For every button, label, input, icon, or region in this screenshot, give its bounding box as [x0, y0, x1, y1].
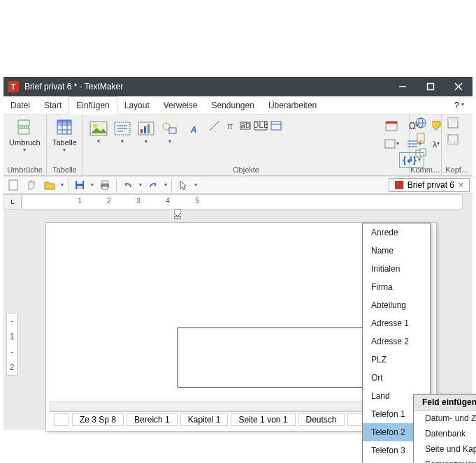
chevron-down-icon[interactable]: ▾ [139, 182, 142, 188]
indent-marker[interactable] [174, 210, 181, 221]
svg-rect-22 [147, 124, 150, 133]
tab-datei[interactable]: Datei [3, 96, 37, 114]
status-section[interactable]: Bereich 1 [127, 413, 178, 426]
close-tab-icon[interactable]: × [459, 180, 463, 190]
redo-button[interactable] [146, 178, 160, 192]
status-empty [54, 413, 69, 426]
doc-icon [395, 181, 403, 189]
chart-button[interactable]: ▾ [135, 117, 157, 146]
line-button[interactable] [208, 119, 222, 133]
userfield-item[interactable]: Anrede [363, 223, 430, 242]
text-line: M [185, 359, 373, 369]
tab-ueberarbeiten[interactable]: Überarbeiten [261, 96, 324, 114]
hand-tool-button[interactable] [24, 178, 38, 192]
svg-rect-43 [448, 142, 458, 145]
minimize-button[interactable] [389, 77, 417, 96]
ole-button[interactable]: OLE [254, 119, 268, 133]
textart-button[interactable]: A [182, 117, 205, 146]
userfield-item[interactable]: Adresse 2 [363, 332, 430, 351]
group-objekte: ▾ ▾ ▾ ▾ A π ab OLE Objekte [83, 115, 410, 175]
chevron-down-icon[interactable]: ▾ [194, 182, 197, 188]
form-button[interactable]: ab [238, 119, 252, 133]
userfield-item[interactable]: Firma [363, 278, 430, 296]
textbox-button[interactable]: ▾ [111, 117, 134, 146]
menubar: Datei Start Einfügen Layout Verweise Sen… [3, 96, 473, 115]
insert-field-button[interactable]: {↲}▾ [399, 152, 424, 168]
tabelle-button[interactable]: Tabelle ▾ [51, 116, 78, 154]
help-button[interactable]: ? ▾ [446, 96, 473, 114]
image-button[interactable]: ▾ [87, 117, 110, 146]
group-tabelle: Tabelle ▾ Tabelle [47, 115, 83, 175]
feld-menu-item[interactable]: Datum- und Zeitfelder▶ [414, 411, 476, 426]
chevron-down-icon[interactable]: ▾ [61, 182, 64, 188]
svg-rect-20 [140, 129, 143, 133]
document-tab[interactable]: Brief privat 6 × [389, 178, 470, 192]
window-title: Brief privat 6 * - TextMaker [23, 82, 389, 91]
svg-rect-24 [169, 128, 176, 133]
vertical-ruler[interactable]: - 1 - 2 [6, 313, 17, 376]
svg-rect-12 [57, 120, 71, 124]
lambda-button[interactable]: λ▾ [426, 135, 447, 152]
pointer-button[interactable] [176, 178, 190, 192]
status-cursor-pos[interactable]: Ze 3 Sp 8 [72, 413, 124, 426]
userfield-item[interactable]: Ort [363, 369, 430, 387]
footer-button[interactable] [446, 133, 460, 147]
umbruch-button[interactable]: Umbruch ▾ [8, 116, 42, 154]
app-icon: T [8, 81, 19, 92]
print-button[interactable] [98, 178, 112, 192]
page[interactable]: Te M E Ze 3 Sp 8 Bereich 1 Kapitel 1 Sei… [45, 222, 437, 432]
userfield-item[interactable]: Name [363, 242, 430, 260]
userfield-item[interactable]: Abteilung [363, 296, 430, 314]
status-language[interactable]: Deutsch [298, 413, 345, 426]
tab-verweise[interactable]: Verweise [157, 96, 205, 114]
feld-menu-item[interactable]: Seite und Kapitel▶ [414, 441, 476, 457]
new-file-button[interactable] [6, 178, 20, 192]
text-frame[interactable]: Te M E [178, 328, 380, 388]
date-button[interactable] [381, 117, 402, 134]
tab-stop-selector[interactable]: L [3, 194, 22, 210]
status-chapter[interactable]: Kapitel 1 [180, 413, 229, 426]
frame-button[interactable] [269, 119, 283, 133]
symbol-omega-button[interactable]: Ω▾ [403, 117, 424, 134]
tab-start[interactable]: Start [37, 96, 68, 114]
horizontal-ruler[interactable]: 1 2 3 4 5 [22, 194, 463, 210]
equation-button[interactable]: π [223, 119, 237, 133]
svg-rect-58 [174, 216, 181, 219]
group-label: Objekte [83, 166, 409, 174]
svg-rect-4 [18, 120, 29, 126]
svg-text:A: A [190, 125, 197, 135]
svg-rect-52 [77, 181, 82, 184]
list-button[interactable]: ▾ [403, 135, 424, 152]
status-page[interactable]: Seite 1 von 1 [231, 413, 295, 426]
chevron-down-icon: ▾ [23, 147, 26, 153]
userfield-item[interactable]: Initialen [363, 260, 430, 278]
save-button[interactable] [73, 178, 87, 192]
chevron-down-icon[interactable]: ▾ [91, 182, 94, 188]
field-braces-icon: {↲} [403, 155, 416, 165]
shapes-icon [160, 119, 180, 138]
group-label: Kopf… [442, 166, 473, 174]
status-spacer [347, 413, 363, 426]
shapes-button[interactable]: ▾ [159, 117, 181, 146]
ribbon-right-icons: Ω▾ ▾ ▾ λ▾ [381, 117, 447, 152]
feld-menu-item[interactable]: Sequenznummer▶ [414, 457, 476, 463]
quick-access-toolbar: ▾ ▾ ▾ ▾ ▾ Brief privat 6 × [3, 176, 473, 194]
chevron-down-icon[interactable]: ▾ [164, 182, 167, 188]
tab-layout[interactable]: Layout [117, 96, 157, 114]
open-button[interactable] [43, 178, 57, 192]
undo-button[interactable] [121, 178, 135, 192]
svg-point-14 [93, 124, 97, 128]
doc-tab-label: Brief privat 6 [408, 180, 454, 190]
close-button[interactable] [445, 77, 473, 96]
tab-sendungen[interactable]: Sendungen [204, 96, 261, 114]
object-button[interactable]: ▾ [381, 135, 402, 152]
feld-menu-item[interactable]: Datenbank▶ [414, 426, 476, 441]
tab-einfuegen[interactable]: Einfügen [68, 96, 117, 115]
group-label: Umbrüche [3, 166, 46, 174]
autotext-button[interactable] [426, 117, 447, 134]
header-button[interactable] [446, 116, 460, 130]
userfield-item[interactable]: PLZ [363, 351, 430, 369]
svg-text:π: π [227, 122, 233, 131]
maximize-button[interactable] [417, 77, 445, 96]
userfield-item[interactable]: Adresse 1 [363, 314, 430, 332]
